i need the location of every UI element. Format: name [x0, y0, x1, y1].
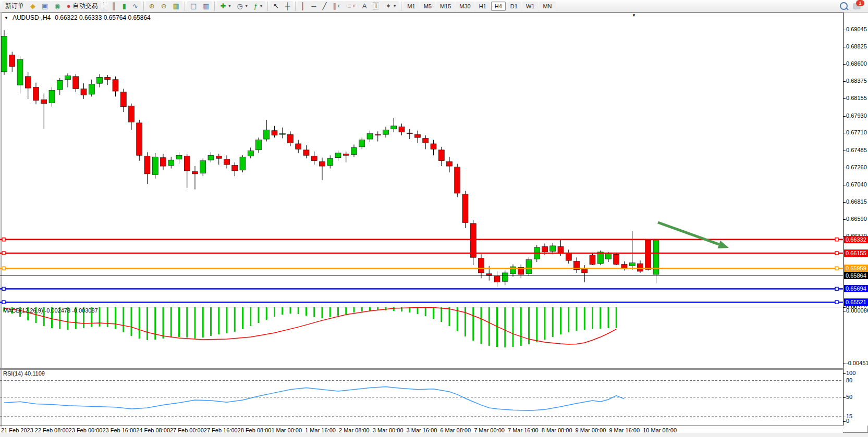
timeframe-button-M30[interactable]: M30	[456, 2, 474, 11]
candle-body	[303, 150, 309, 155]
timeframe-button-M5[interactable]: M5	[420, 2, 435, 11]
line-price-flag: 0.66332	[844, 236, 868, 243]
chart-shift-marker-icon[interactable]: ▼	[632, 13, 636, 18]
date-tick-label: 10 Mar 08:00	[643, 427, 677, 433]
date-tick-label: 2 Mar 08:00	[339, 427, 370, 433]
signal-icon: ◉	[54, 3, 60, 9]
rsi-axis-label: 100	[846, 370, 855, 376]
candlestick-chart-icon: ▮	[123, 3, 126, 9]
pane-separator[interactable]	[0, 306, 843, 306]
notifications-icon[interactable]: 1	[853, 3, 861, 9]
macd-indicator-label: MACD(12,26,9) -0.002478 -0.003087	[3, 307, 98, 314]
candlestick-chart-button[interactable]: ▮	[119, 1, 129, 11]
timeframe-group: M1M5M15M30H1H4D1W1MN	[404, 2, 555, 11]
line-price-flag: 0.66155	[844, 249, 868, 257]
candle-body	[2, 36, 7, 72]
text-label-tool-button[interactable]: T	[370, 1, 382, 11]
rsi-axis-label: 80	[846, 377, 852, 383]
line-handle	[835, 267, 838, 270]
candle-body	[248, 151, 253, 156]
candle-body	[399, 127, 405, 132]
macd-axis-label: -0.004519	[846, 360, 868, 366]
chart-shift-button[interactable]: ▥	[200, 1, 212, 11]
timeframe-button-H1[interactable]: H1	[475, 2, 490, 11]
zoom-in-icon: ⊕	[149, 3, 155, 9]
candle-body	[200, 161, 206, 173]
timeframe-button-MN[interactable]: MN	[539, 2, 555, 11]
timeframe-button-H4[interactable]: H4	[491, 2, 506, 11]
fibonacci-tool-button[interactable]: ≡ F	[344, 1, 359, 11]
date-tick-label: 23 Feb 00:00	[69, 427, 103, 433]
toolbar-right-group: 1	[840, 2, 868, 10]
timeframe-button-M15[interactable]: M15	[436, 2, 455, 11]
bar-chart-button[interactable]: ║	[108, 1, 119, 11]
text-tool-button[interactable]: A	[359, 1, 370, 11]
indicators-button[interactable]: ƒ ▾	[251, 1, 265, 11]
autotrade-button[interactable]: ● 自动交易	[64, 1, 101, 11]
tile-windows-button[interactable]: ▦	[170, 1, 182, 11]
candle-body	[423, 139, 429, 143]
line-chart-icon: ∿	[132, 3, 138, 9]
candle-body	[192, 171, 198, 173]
candle-body	[144, 156, 150, 174]
shapes-icon: ✦	[385, 3, 391, 9]
price-axis[interactable]: 0.690450.688250.686000.683750.681550.679…	[843, 13, 868, 426]
symbol-dropdown-icon[interactable]: ▼	[4, 16, 8, 20]
price-tick-label: 0.69045	[846, 26, 867, 32]
candle-body	[629, 263, 635, 266]
market-watch-button[interactable]: ▣	[39, 1, 51, 11]
date-tick-label: 7 Mar 00:00	[474, 427, 505, 433]
new-order-button[interactable]: 新订单	[2, 1, 27, 11]
auto-scroll-button[interactable]: ▤	[187, 1, 200, 11]
cursor-icon: ↖	[273, 3, 279, 9]
channel-tool-button[interactable]: ∥ E	[329, 1, 344, 11]
trendline-tool-button[interactable]: ╱	[319, 1, 329, 11]
date-axis[interactable]: 21 Feb 202322 Feb 08:0023 Feb 00:0023 Fe…	[0, 427, 843, 433]
arrows-tool-button[interactable]: ✦ ▾	[382, 1, 399, 11]
candle-body	[407, 133, 412, 133]
search-icon[interactable]	[840, 2, 848, 10]
vertical-line-tool-button[interactable]: │	[298, 1, 308, 11]
zoom-out-button[interactable]: ⊖	[158, 1, 170, 11]
bar-chart-icon: ║	[112, 3, 116, 9]
pane-separator[interactable]	[0, 368, 843, 369]
date-tick-label: 21 Feb 2023	[1, 427, 33, 433]
candle-body	[391, 126, 397, 129]
candle-body	[81, 89, 87, 95]
date-tick-label: 22 Feb 08:00	[35, 427, 69, 433]
mt4-terminal: 新订单 ◆ ▣ ◉ ● 自动交易 ║ ▮ ∿ ⊕ ⊖	[0, 0, 868, 437]
line-chart-button[interactable]: ∿	[129, 1, 141, 11]
tile-windows-icon: ▦	[173, 3, 179, 9]
new-chart-button[interactable]: ✚ ▾	[217, 1, 234, 11]
current-price-flag: 0.65864	[844, 272, 868, 279]
candle-body	[137, 123, 142, 155]
candle-body	[653, 240, 659, 274]
candle-body	[311, 156, 317, 161]
horizontal-line-tool-button[interactable]: ─	[308, 1, 319, 11]
zoom-in-button[interactable]: ⊕	[146, 1, 158, 11]
chart-profile-icon: ◆	[30, 3, 35, 9]
trend-arrow-shaft	[658, 222, 719, 244]
line-handle	[2, 238, 5, 241]
price-tick-label: 0.66815	[846, 198, 867, 205]
chart-profile-button[interactable]: ◆	[27, 1, 39, 11]
symbol-timeframe-label: AUDUSD-,H4	[13, 14, 51, 21]
signal-button[interactable]: ◉	[51, 1, 63, 11]
notification-badge: 1	[856, 0, 864, 6]
chart-title: ▼ AUDUSD-,H4 0.66322 0.66333 0.65764 0.6…	[4, 14, 151, 21]
timeframe-button-D1[interactable]: D1	[507, 2, 521, 11]
price-tick-label: 0.68825	[846, 43, 867, 49]
rsi-axis-label: 50	[846, 394, 852, 400]
cursor-tool-button[interactable]: ↖	[270, 1, 282, 11]
candle-body	[73, 77, 79, 89]
rsi-axis-label: 0	[846, 418, 849, 424]
line-handle	[835, 301, 838, 304]
timeframe-button-M1[interactable]: M1	[404, 2, 419, 11]
periods-button[interactable]: ◷ ▾	[234, 1, 250, 11]
quote-ohlc-label: 0.66322 0.66333 0.65764 0.65864	[55, 14, 151, 21]
candle-body	[288, 134, 294, 143]
toolbar-separator	[401, 2, 401, 11]
timeframe-button-W1[interactable]: W1	[522, 2, 539, 11]
crosshair-tool-button[interactable]: ┼	[282, 1, 293, 11]
candle-body	[9, 55, 15, 66]
